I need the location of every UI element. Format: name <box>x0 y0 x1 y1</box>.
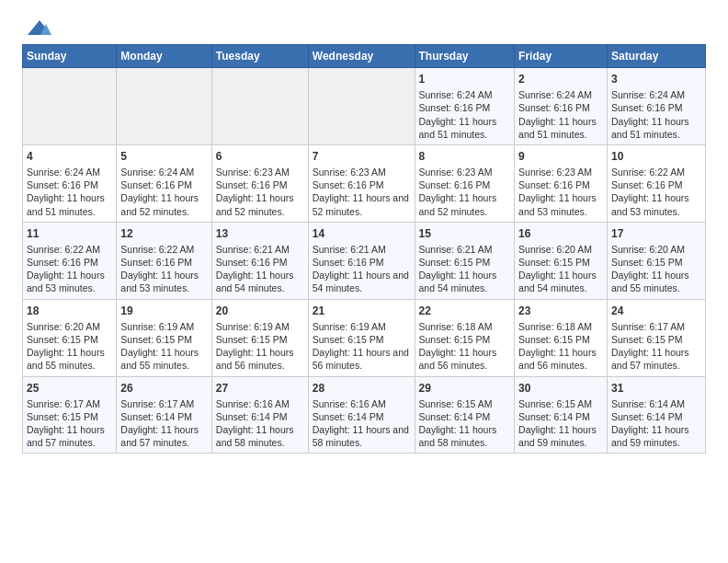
day-info: Sunset: 6:16 PM <box>120 179 192 190</box>
day-info: Sunset: 6:16 PM <box>419 102 491 113</box>
day-info: Daylight: 11 hours and 57 minutes. <box>27 424 105 448</box>
day-info: Sunrise: 6:21 AM <box>216 244 290 255</box>
calendar-cell-week3-day1: 19Sunrise: 6:19 AMSunset: 6:15 PMDayligh… <box>117 299 212 376</box>
calendar-header-monday: Monday <box>117 45 212 68</box>
calendar-table: SundayMondayTuesdayWednesdayThursdayFrid… <box>22 44 706 454</box>
day-info: Sunrise: 6:24 AM <box>419 89 493 100</box>
calendar-week-3: 18Sunrise: 6:20 AMSunset: 6:15 PMDayligh… <box>23 299 706 376</box>
calendar-cell-week0-day4: 1Sunrise: 6:24 AMSunset: 6:16 PMDaylight… <box>415 68 515 145</box>
calendar-cell-week2-day6: 17Sunrise: 6:20 AMSunset: 6:15 PMDayligh… <box>607 222 705 299</box>
day-info: Daylight: 11 hours and 57 minutes. <box>611 347 689 371</box>
day-number: 17 <box>611 226 701 241</box>
calendar-cell-week2-day2: 13Sunrise: 6:21 AMSunset: 6:16 PMDayligh… <box>211 222 308 299</box>
calendar-cell-week3-day3: 21Sunrise: 6:19 AMSunset: 6:15 PMDayligh… <box>308 299 415 376</box>
day-info: Daylight: 11 hours and 53 minutes. <box>27 270 105 293</box>
day-info: Sunset: 6:15 PM <box>216 334 288 345</box>
day-info: Daylight: 11 hours and 52 minutes. <box>216 192 294 216</box>
day-info: Sunrise: 6:20 AM <box>27 321 100 332</box>
calendar-week-1: 4Sunrise: 6:24 AMSunset: 6:16 PMDaylight… <box>23 144 706 222</box>
day-info: Daylight: 11 hours and 54 minutes. <box>518 270 597 293</box>
day-number: 21 <box>313 304 411 318</box>
day-info: Sunrise: 6:23 AM <box>419 167 493 178</box>
calendar-cell-week4-day2: 27Sunrise: 6:16 AMSunset: 6:14 PMDayligh… <box>211 376 308 454</box>
day-info: Sunrise: 6:16 AM <box>216 398 290 409</box>
day-info: Sunset: 6:16 PM <box>518 179 590 190</box>
calendar-cell-week4-day0: 25Sunrise: 6:17 AMSunset: 6:15 PMDayligh… <box>23 376 117 454</box>
calendar-header-thursday: Thursday <box>415 45 515 68</box>
day-info: Sunset: 6:16 PM <box>518 102 590 113</box>
calendar-cell-week2-day3: 14Sunrise: 6:21 AMSunset: 6:16 PMDayligh… <box>308 222 415 299</box>
day-info: Sunrise: 6:23 AM <box>313 167 386 178</box>
day-number: 31 <box>611 381 701 396</box>
day-info: Sunset: 6:15 PM <box>419 334 491 345</box>
day-info: Sunrise: 6:24 AM <box>518 89 592 100</box>
day-info: Sunrise: 6:17 AM <box>120 398 194 409</box>
day-info: Daylight: 11 hours and 53 minutes. <box>611 192 689 216</box>
calendar-cell-week2-day4: 15Sunrise: 6:21 AMSunset: 6:15 PMDayligh… <box>415 222 515 299</box>
day-info: Sunrise: 6:18 AM <box>419 321 493 332</box>
calendar-week-0: 1Sunrise: 6:24 AMSunset: 6:16 PMDaylight… <box>23 68 706 145</box>
calendar-header-wednesday: Wednesday <box>308 45 415 68</box>
day-info: Sunrise: 6:20 AM <box>518 244 592 255</box>
day-info: Sunset: 6:16 PM <box>120 257 192 268</box>
day-info: Sunset: 6:15 PM <box>27 334 98 345</box>
day-info: Daylight: 11 hours and 56 minutes. <box>216 347 294 371</box>
day-number: 23 <box>518 304 603 318</box>
day-info: Sunset: 6:16 PM <box>419 179 491 190</box>
day-info: Sunrise: 6:24 AM <box>611 89 685 100</box>
day-number: 20 <box>216 304 304 318</box>
calendar-cell-week1-day5: 9Sunrise: 6:23 AMSunset: 6:16 PMDaylight… <box>515 144 608 222</box>
day-info: Sunrise: 6:15 AM <box>419 398 493 409</box>
day-number: 3 <box>611 72 701 86</box>
calendar-cell-week1-day2: 6Sunrise: 6:23 AMSunset: 6:16 PMDaylight… <box>211 144 308 222</box>
day-info: Sunrise: 6:24 AM <box>27 167 100 178</box>
calendar-header-friday: Friday <box>515 45 608 68</box>
day-number: 11 <box>27 226 112 241</box>
day-number: 6 <box>216 149 304 164</box>
calendar-cell-week4-day1: 26Sunrise: 6:17 AMSunset: 6:14 PMDayligh… <box>117 376 212 454</box>
calendar-cell-week3-day0: 18Sunrise: 6:20 AMSunset: 6:15 PMDayligh… <box>23 299 117 376</box>
calendar-cell-week4-day4: 29Sunrise: 6:15 AMSunset: 6:14 PMDayligh… <box>415 376 515 454</box>
day-info: Sunset: 6:15 PM <box>611 257 683 268</box>
day-info: Daylight: 11 hours and 55 minutes. <box>611 270 689 293</box>
day-info: Daylight: 11 hours and 59 minutes. <box>611 424 689 448</box>
calendar-cell-week2-day1: 12Sunrise: 6:22 AMSunset: 6:16 PMDayligh… <box>117 222 212 299</box>
day-info: Daylight: 11 hours and 56 minutes. <box>313 347 409 371</box>
calendar-cell-week0-day0 <box>23 68 117 145</box>
day-info: Daylight: 11 hours and 58 minutes. <box>216 424 294 448</box>
logo-icon <box>26 18 53 37</box>
calendar-cell-week0-day6: 3Sunrise: 6:24 AMSunset: 6:16 PMDaylight… <box>607 68 705 145</box>
day-info: Sunrise: 6:18 AM <box>518 321 592 332</box>
day-info: Sunrise: 6:21 AM <box>419 244 493 255</box>
calendar-cell-week1-day1: 5Sunrise: 6:24 AMSunset: 6:16 PMDaylight… <box>117 144 212 222</box>
day-number: 22 <box>419 304 511 318</box>
day-info: Sunset: 6:14 PM <box>313 411 384 422</box>
day-info: Sunset: 6:16 PM <box>611 179 683 190</box>
day-number: 14 <box>313 226 411 241</box>
logo <box>22 18 53 37</box>
day-info: Sunrise: 6:16 AM <box>313 398 386 409</box>
calendar-header-tuesday: Tuesday <box>211 45 308 68</box>
day-info: Sunset: 6:16 PM <box>611 102 683 113</box>
day-info: Daylight: 11 hours and 54 minutes. <box>216 270 294 293</box>
calendar-cell-week3-day5: 23Sunrise: 6:18 AMSunset: 6:15 PMDayligh… <box>515 299 608 376</box>
day-info: Sunset: 6:14 PM <box>518 411 590 422</box>
day-info: Daylight: 11 hours and 51 minutes. <box>27 192 105 216</box>
day-info: Sunrise: 6:23 AM <box>216 167 290 178</box>
day-info: Sunrise: 6:22 AM <box>120 244 194 255</box>
day-number: 25 <box>27 381 112 396</box>
day-number: 5 <box>120 149 208 164</box>
day-number: 7 <box>313 149 411 164</box>
calendar-cell-week3-day2: 20Sunrise: 6:19 AMSunset: 6:15 PMDayligh… <box>211 299 308 376</box>
day-info: Daylight: 11 hours and 54 minutes. <box>419 270 497 293</box>
day-info: Daylight: 11 hours and 57 minutes. <box>120 424 199 448</box>
day-number: 15 <box>419 226 511 241</box>
day-info: Daylight: 11 hours and 58 minutes. <box>419 424 497 448</box>
calendar-header-saturday: Saturday <box>607 45 705 68</box>
day-number: 8 <box>419 149 511 164</box>
calendar-cell-week0-day1 <box>117 68 212 145</box>
calendar-cell-week3-day6: 24Sunrise: 6:17 AMSunset: 6:15 PMDayligh… <box>607 299 705 376</box>
day-info: Sunset: 6:15 PM <box>518 257 590 268</box>
calendar-cell-week0-day3 <box>308 68 415 145</box>
day-info: Sunrise: 6:23 AM <box>518 167 592 178</box>
